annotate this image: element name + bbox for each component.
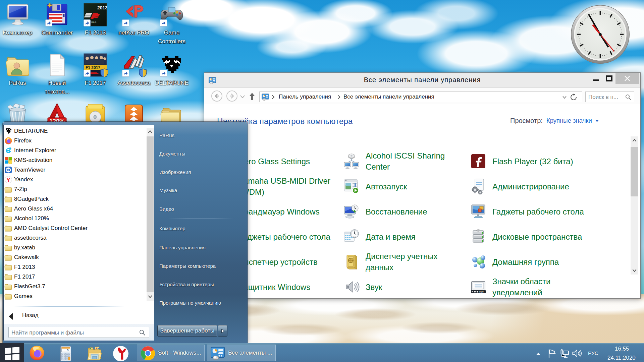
svg-text:2013: 2013 — [97, 5, 107, 10]
svg-text:F1 2017: F1 2017 — [86, 65, 100, 70]
svg-text:0:00: 0:00 — [479, 291, 484, 293]
svg-text:Y: Y — [6, 177, 10, 183]
svg-text:0: 0 — [67, 348, 68, 352]
